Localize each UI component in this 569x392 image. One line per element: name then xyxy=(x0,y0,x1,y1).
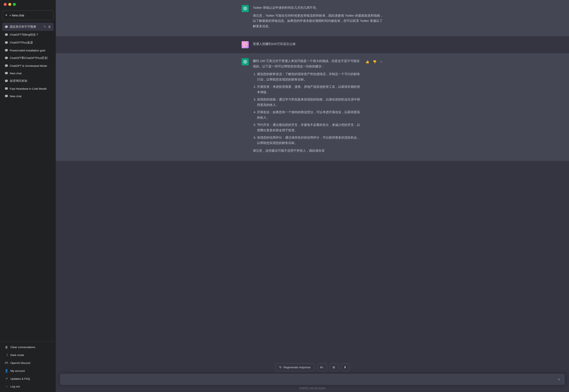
user-avatar: 🌸 xyxy=(242,41,249,48)
send-icon: ➤ xyxy=(557,377,561,382)
assistant-msg2-intro: 赚到 100 万美元对于普通人来说可能是一个很大的挑战，但是也不是不可能实现的。… xyxy=(253,58,362,69)
assistant-message-1-text: Twitter 审核认证申请的时间在几天到几周不等。 请注意，Twitter 可… xyxy=(253,5,383,31)
minimize-button[interactable] xyxy=(8,3,11,6)
conv-item-label: 短语询问未知 xyxy=(10,79,51,83)
sidebar-top: + + New chat xyxy=(0,9,56,22)
message-row-assistant-1: Twitter 审核认证申请的时间在几天到几周不等。 请注意，Twitter 可… xyxy=(56,0,569,36)
chat-bubble-icon: 💬 xyxy=(5,87,8,90)
assistant-avatar xyxy=(242,5,249,12)
discord-label: OpenAI Discord xyxy=(10,361,30,364)
chat-bubble-icon: 💬 xyxy=(5,33,8,36)
sidebar-item-conv7[interactable]: 💬 New chat xyxy=(2,70,54,77)
regenerate-button[interactable]: ↻ Regenerate response xyxy=(275,363,314,371)
logout-label: Log out xyxy=(10,385,20,388)
sidebar-item-conv5[interactable]: 💬 ChatGPT和ChatGPTPlus区别 xyxy=(2,54,54,62)
message-action-buttons: 👍 👎 ⧉ xyxy=(365,59,383,65)
clear-icon: 🗑 xyxy=(5,345,8,349)
export-pdf-button[interactable]: ⬇ xyxy=(341,363,349,371)
conv-item-label: ChatGPT & Unreleased Mode xyxy=(10,64,51,67)
assistant-msg2-outro: 请注意，这些建议可能不适用于所有人，因此请在采 xyxy=(253,148,362,153)
conv-item-label: 国足胜日本不可预测 xyxy=(10,25,42,29)
faq-label: Updates & FAQ xyxy=(10,377,30,380)
list-item-1: 规划您的财务状况：了解您的现有资产和负债情况，并制定一个可行的财务计划，以帮助您… xyxy=(257,71,362,82)
conv-item-label: Fast Heartbeat in Cold Weath xyxy=(10,87,51,90)
assistant-msg1-p2: 请注意，Twitter 可能在任何时候更改审核流程和标准，因此请参阅 Twitt… xyxy=(253,13,383,29)
chat-input-row: ➤ xyxy=(60,374,565,385)
new-chat-button[interactable]: + + New chat xyxy=(2,10,54,20)
sidebar-item-conv8[interactable]: 💬 短语询问未知 xyxy=(2,77,54,85)
list-item-4: 开展创业：如果您有一个独特的商业想法，可以考虑开展创业，以获得更高的收入。 xyxy=(257,110,362,120)
sidebar-item-darkmode[interactable]: ☽ Dark mode xyxy=(2,351,54,359)
sidebar-item-conv9[interactable]: 💬 Fast Heartbeat in Cold Weath xyxy=(2,85,54,92)
logout-icon: → xyxy=(5,385,8,388)
assistant-msg1-p1: Twitter 审核认证申请的时间在几天到几周不等。 xyxy=(253,5,383,10)
list-item-5: 节约开支：通过规划您的开支，并避免不必要的支出，来减少您的开支，以便腾出更多的资… xyxy=(257,122,362,133)
sidebar-item-faq[interactable]: ↗ Updates & FAQ xyxy=(2,375,54,383)
refresh-icon: ↻ xyxy=(279,365,282,369)
assistant-avatar-2 xyxy=(242,58,249,65)
chat-bubble-icon: 💬 xyxy=(5,41,8,44)
account-label: My account xyxy=(10,369,25,372)
sidebar-bottom: 🗑 Clear conversations ☽ Dark mode 🎮 Open… xyxy=(0,341,56,392)
chat-bubble-icon: 💬 xyxy=(5,64,8,67)
sidebar-item-conv6[interactable]: 💬 ChatGPT & Unreleased Mode xyxy=(2,62,54,70)
thumbs-down-button[interactable]: 👎 xyxy=(372,59,378,65)
sidebar-item-conv1[interactable]: 💬 国足胜日本不可预测 ✎ 🗑 xyxy=(2,23,54,31)
export-md-button[interactable]: M↓ xyxy=(317,364,327,371)
sidebar-item-logout[interactable]: → Log out xyxy=(2,383,54,390)
chat-bottom: ↻ Regenerate response M↓ ⊞ ⬇ ➤ ChatGPT J… xyxy=(56,361,569,392)
conv-item-label: ChatGPT与Bing结合？ xyxy=(10,33,51,37)
chat-input[interactable] xyxy=(63,377,555,382)
sidebar: + + New chat 💬 国足胜日本不可预测 ✎ 🗑 💬 ChatGPT与B… xyxy=(0,0,56,392)
sidebar-item-discord[interactable]: 🎮 OpenAI Discord xyxy=(2,359,54,367)
assistant-message-2-text: 赚到 100 万美元对于普通人来说可能是一个很大的挑战，但是也不是不可能实现的。… xyxy=(253,58,362,156)
user-msg-content: 普通人想赚到100万应该怎么做 xyxy=(253,42,296,46)
main-content: Twitter 审核认证申请的时间在几天到几周不等。 请注意，Twitter 可… xyxy=(56,0,569,392)
clear-label: Clear conversations xyxy=(10,346,35,349)
footer-version[interactable]: ChatGPT Jan 30 Version xyxy=(60,387,565,391)
maximize-button[interactable] xyxy=(13,3,16,6)
chat-bubble-icon: 💬 xyxy=(5,95,8,98)
sidebar-item-conv3[interactable]: 💬 ChatGPTPlus改进 xyxy=(2,39,54,47)
thumbs-up-button[interactable]: 👍 xyxy=(365,59,370,65)
sidebar-item-clear[interactable]: 🗑 Clear conversations xyxy=(2,343,54,351)
conversations-list: 💬 国足胜日本不可预测 ✎ 🗑 💬 ChatGPT与Bing结合？ 💬 Chat… xyxy=(0,22,56,341)
faq-icon: ↗ xyxy=(5,377,8,380)
export-image-button[interactable]: ⊞ xyxy=(329,363,338,371)
discord-icon: 🎮 xyxy=(5,361,8,365)
md-icon: M↓ xyxy=(320,366,324,369)
delete-conv-button[interactable]: 🗑 xyxy=(48,25,51,29)
new-chat-label: + New chat xyxy=(10,14,24,17)
list-item-2: 开展投资：考虑投资股票、债券、房地产或其他投资工具，以获得长期的资本增值。 xyxy=(257,84,362,95)
sidebar-item-conv10[interactable]: 💬 New chat xyxy=(2,92,54,100)
copy-button[interactable]: ⧉ xyxy=(379,59,383,65)
sidebar-item-conv4[interactable]: 💬 Powernukkit installation guid xyxy=(2,47,54,54)
message-row-assistant-2: 赚到 100 万美元对于普通人来说可能是一个很大的挑战，但是也不是不可能实现的。… xyxy=(56,53,569,161)
darkmode-icon: ☽ xyxy=(5,353,8,357)
user-message-text: 普通人想赚到100万应该怎么做 xyxy=(253,41,383,47)
edit-conv-button[interactable]: ✎ xyxy=(43,25,46,29)
sidebar-item-account[interactable]: 👤 My account xyxy=(2,367,54,375)
chat-bubble-icon: 💬 xyxy=(5,71,8,75)
traffic-lights xyxy=(4,3,16,6)
conv-item-label: New chat xyxy=(10,95,51,98)
list-item-3: 加强您的技能：通过学习和实践来加强您的技能，以便在您的职业生涯中获得更高的收入。 xyxy=(257,97,362,107)
plus-icon: + xyxy=(5,13,7,17)
account-icon: 👤 xyxy=(5,369,8,373)
conv-item-label: New chat xyxy=(10,72,51,75)
send-button[interactable]: ➤ xyxy=(557,376,562,382)
regenerate-label: Regenerate response xyxy=(284,366,311,369)
image-icon: ⊞ xyxy=(333,366,335,369)
darkmode-label: Dark mode xyxy=(10,353,24,357)
chat-messages: Twitter 审核认证申请的时间在几天到几周不等。 请注意，Twitter 可… xyxy=(56,0,569,361)
chat-bubble-icon: 💬 xyxy=(5,79,8,83)
conv-item-label: ChatGPTPlus改进 xyxy=(10,41,51,44)
chat-bubble-icon: 💬 xyxy=(5,49,8,52)
list-item-6: 加强您的信用评分：通过保持良好的信用评分，可以获得更多的贷款机会，以帮助您实现您… xyxy=(257,135,362,145)
sidebar-item-conv2[interactable]: 💬 ChatGPT与Bing结合？ xyxy=(2,31,54,39)
conv-item-label: ChatGPT和ChatGPTPlus区别 xyxy=(10,56,51,60)
chat-bubble-icon: 💬 xyxy=(5,56,8,60)
conv-item-label: Powernukkit installation guid xyxy=(10,49,51,52)
close-button[interactable] xyxy=(4,3,7,6)
regenerate-row: ↻ Regenerate response M↓ ⊞ ⬇ xyxy=(60,363,565,371)
